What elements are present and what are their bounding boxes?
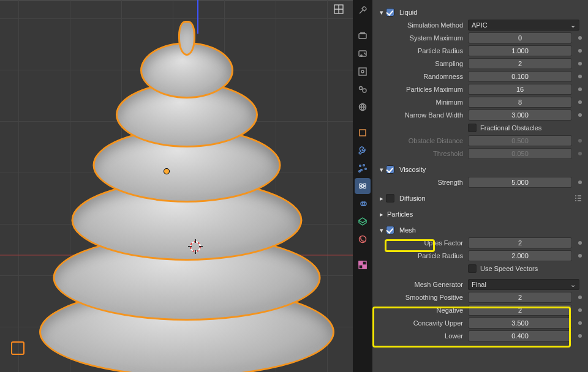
fractional-obstacles-label: Fractional Obstacles: [480, 124, 541, 132]
tab-world[interactable]: [355, 99, 371, 115]
animate-dot-icon[interactable]: [578, 113, 582, 117]
tab-tool[interactable]: [355, 2, 371, 18]
mesh-particle-radius-label: Particle Radius: [388, 252, 468, 259]
upres-factor-label: Upres Factor: [388, 239, 468, 247]
tab-viewlayer[interactable]: [355, 64, 371, 80]
animate-dot-icon[interactable]: [578, 321, 582, 325]
narrow-band-width-field[interactable]: 3.000: [468, 110, 572, 121]
tab-mesh-data[interactable]: [355, 214, 371, 229]
viscosity-checkbox[interactable]: [386, 165, 394, 174]
smoothing-positive-label: Smoothing Positive: [388, 294, 468, 301]
disclosure-triangle-icon[interactable]: ▾: [379, 166, 385, 174]
strength-field[interactable]: 5.000: [468, 177, 572, 188]
section-liquid[interactable]: ▾ Liquid: [379, 6, 583, 18]
strength-label: Strength: [388, 179, 468, 186]
concavity-upper-field[interactable]: 3.500: [468, 318, 572, 329]
use-speed-vectors-checkbox[interactable]: [468, 264, 477, 273]
svg-rect-12: [360, 130, 366, 136]
concavity-lower-field[interactable]: 0.400: [468, 330, 572, 341]
animate-dot-icon[interactable]: [578, 100, 582, 104]
simulation-method-label: Simulation Method: [388, 21, 468, 29]
physics-properties-panel: ▾ Liquid Simulation Method APIC ⌄ System…: [372, 0, 588, 372]
chevron-down-icon: ⌄: [570, 21, 576, 29]
mesh-checkbox[interactable]: [386, 226, 394, 234]
concavity-lower-label: Lower: [388, 332, 468, 340]
tab-scene[interactable]: [355, 81, 371, 97]
tab-texture[interactable]: [355, 257, 371, 273]
fluid-mesh-object[interactable]: [31, 21, 343, 364]
mesh-particle-radius-field[interactable]: 2.000: [468, 250, 572, 261]
sampling-field[interactable]: 2: [468, 58, 572, 69]
app-root: ▾ Liquid Simulation Method APIC ⌄ System…: [0, 0, 588, 372]
minimum-label: Minimum: [388, 99, 468, 106]
liquid-checkbox[interactable]: [386, 8, 394, 17]
chevron-down-icon: ⌄: [570, 281, 576, 289]
concavity-upper-label: Concavity Upper: [388, 319, 468, 327]
use-speed-vectors-label: Use Speed Vectors: [480, 265, 538, 272]
particle-radius-label: Particle Radius: [388, 47, 468, 54]
disclosure-triangle-icon[interactable]: ▸: [379, 210, 385, 218]
tab-material[interactable]: [355, 231, 371, 247]
disclosure-triangle-icon[interactable]: ▾: [379, 226, 385, 234]
tab-constraints[interactable]: [355, 196, 371, 212]
system-maximum-label: System Maximum: [388, 34, 468, 42]
smoothing-negative-field[interactable]: 2: [468, 305, 572, 316]
svg-point-17: [359, 171, 361, 173]
particles-title: Particles: [387, 210, 413, 218]
tab-render[interactable]: [355, 28, 371, 44]
svg-rect-24: [363, 265, 366, 269]
liquid-title: Liquid: [399, 9, 417, 16]
animate-dot-icon[interactable]: [578, 180, 582, 184]
tab-output[interactable]: [355, 46, 371, 62]
animate-dot-icon[interactable]: [578, 62, 582, 65]
mesh-generator-dropdown[interactable]: Final⌄: [468, 279, 579, 290]
viewport-grid-toggle-icon[interactable]: [333, 4, 344, 15]
diffusion-title: Diffusion: [399, 195, 426, 202]
disclosure-triangle-icon[interactable]: ▾: [379, 9, 385, 17]
animate-dot-icon[interactable]: [578, 87, 582, 91]
tab-modifiers[interactable]: [355, 143, 371, 158]
animate-dot-icon[interactable]: [578, 241, 582, 245]
annotate-tool-icon[interactable]: [11, 341, 24, 355]
mesh-generator-value: Final: [472, 281, 486, 288]
disclosure-triangle-icon[interactable]: ▸: [379, 195, 385, 203]
svg-rect-23: [359, 261, 363, 265]
randomness-field[interactable]: 0.100: [468, 71, 572, 82]
tab-physics[interactable]: [355, 178, 371, 194]
section-particles[interactable]: ▸ Particles: [379, 208, 583, 220]
svg-point-6: [361, 55, 362, 56]
animate-dot-icon[interactable]: [578, 254, 582, 258]
section-viscosity[interactable]: ▾ Viscosity: [379, 163, 583, 176]
smoothing-negative-label: Negative: [388, 307, 468, 314]
fractional-obstacles-checkbox[interactable]: [468, 124, 477, 132]
animate-dot-icon[interactable]: [578, 296, 582, 299]
panel-options-icon[interactable]: [573, 193, 583, 203]
animate-dot-icon[interactable]: [578, 334, 582, 338]
svg-rect-4: [361, 32, 364, 34]
animate-dot-icon[interactable]: [578, 75, 582, 78]
particles-maximum-field[interactable]: 16: [468, 84, 572, 95]
cursor-3d-icon[interactable]: [186, 237, 205, 256]
smoothing-positive-field[interactable]: 2: [468, 292, 572, 303]
tab-object[interactable]: [355, 125, 371, 141]
section-mesh[interactable]: ▾ Mesh: [379, 224, 583, 236]
system-maximum-field[interactable]: 0: [468, 32, 572, 43]
animate-dot-icon[interactable]: [578, 308, 582, 312]
tab-particles[interactable]: [355, 160, 371, 176]
obstacle-distance-label: Obstacle Distance: [388, 137, 468, 144]
properties-tab-strip: [353, 0, 372, 372]
minimum-field[interactable]: 8: [468, 97, 572, 108]
section-diffusion[interactable]: ▸ Diffusion: [379, 192, 583, 204]
upres-factor-field[interactable]: 2: [468, 237, 572, 248]
obstacle-distance-field: 0.500: [468, 135, 572, 146]
mesh-generator-label: Mesh Generator: [388, 281, 468, 288]
viewport-3d[interactable]: [0, 0, 353, 372]
animate-dot-icon[interactable]: [578, 36, 582, 40]
animate-dot-icon: [578, 139, 582, 143]
particle-radius-field[interactable]: 1.000: [468, 45, 572, 56]
svg-point-13: [360, 165, 361, 167]
simulation-method-dropdown[interactable]: APIC ⌄: [468, 20, 579, 31]
animate-dot-icon: [578, 152, 582, 155]
diffusion-checkbox[interactable]: [386, 194, 394, 203]
animate-dot-icon[interactable]: [578, 49, 582, 53]
